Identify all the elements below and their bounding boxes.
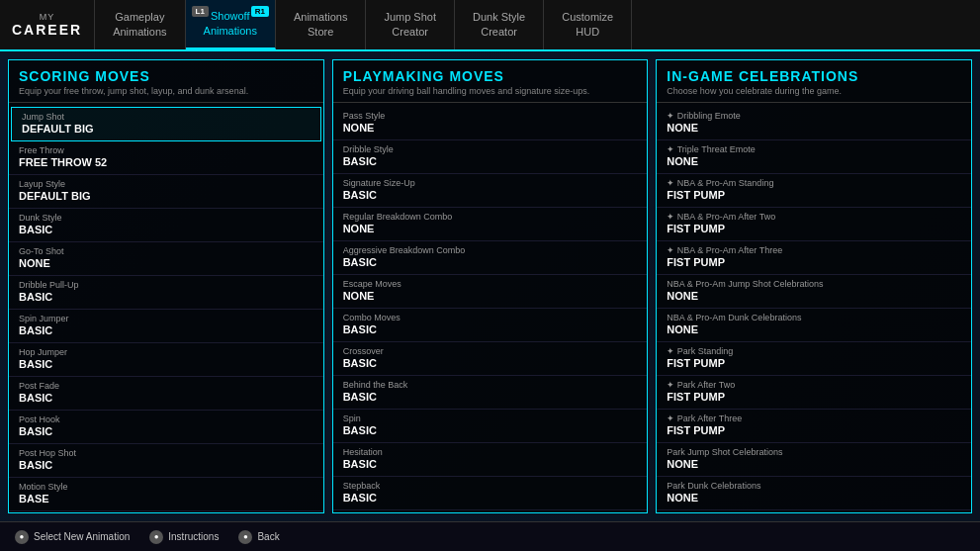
list-item[interactable]: NBA & Pro-Am Jump Shot CelebrationsNONE: [657, 275, 971, 309]
item-label: Hesitation: [343, 447, 638, 457]
item-value: BASIC: [19, 324, 313, 336]
item-label: ✦ Dribbling Emote: [667, 111, 961, 121]
item-value: BASIC: [343, 357, 638, 369]
item-value: FIST PUMP: [667, 189, 961, 201]
column-playmaking: PLAYMAKING MOVESEquip your driving ball …: [332, 59, 649, 513]
list-item[interactable]: Behind the BackBASIC: [333, 376, 648, 410]
list-item[interactable]: StepbackBASIC: [333, 477, 648, 510]
column-scoring: SCORING MOVESEquip your free throw, jump…: [8, 59, 324, 513]
list-item[interactable]: Aggressive Breakdown ComboBASIC: [333, 241, 648, 275]
list-item[interactable]: ✦ Park StandingFIST PUMP: [657, 342, 971, 376]
list-item[interactable]: Dunk StyleBASIC: [9, 209, 323, 242]
list-item[interactable]: Hop JumperBASIC: [9, 343, 323, 377]
list-item[interactable]: ✦ NBA & Pro-Am StandingFIST PUMP: [657, 174, 971, 208]
nav-tab-dunk[interactable]: Dunk Style Creator: [455, 0, 544, 49]
item-value: BASIC: [343, 458, 638, 470]
action-back: ● Back: [238, 530, 279, 544]
list-item[interactable]: Dribble StyleBASIC: [333, 140, 648, 174]
list-item[interactable]: Post FadeBASIC: [9, 377, 323, 411]
instructions-btn[interactable]: ●: [149, 530, 163, 544]
list-item[interactable]: ✦ NBA & Pro-Am After ThreeFIST PUMP: [657, 241, 971, 275]
item-value: FIST PUMP: [667, 256, 961, 268]
mycareer-logo: MY CAREER: [0, 0, 95, 49]
list-item[interactable]: Jump ShotDEFAULT BIG: [11, 107, 321, 141]
item-value: BASIC: [19, 224, 313, 235]
column-subtitle-celebrations: Choose how you celebrate during the game…: [667, 86, 961, 98]
list-item[interactable]: Regular Breakdown ComboNONE: [333, 208, 648, 241]
item-value: FIST PUMP: [667, 223, 961, 234]
item-value: NONE: [343, 223, 638, 234]
item-label: Post Hop Shot: [19, 448, 313, 458]
column-title-celebrations: IN-GAME CELEBRATIONS: [667, 68, 961, 84]
item-label: Post Hook: [19, 414, 313, 424]
list-item[interactable]: Dribble Pull-UpBASIC: [9, 276, 323, 310]
item-label: ✦ Triple Threat Emote: [667, 144, 961, 154]
back-btn[interactable]: ●: [238, 530, 252, 544]
tab-label-showoff: Showoff Animations: [204, 9, 257, 40]
list-item[interactable]: HesitationBASIC: [333, 443, 648, 477]
item-label: Behind the Back: [343, 380, 638, 390]
item-value: FIST PUMP: [667, 391, 961, 403]
nav-tab-jumpshot[interactable]: Jump Shot Creator: [366, 0, 455, 49]
list-item[interactable]: Post HookBASIC: [9, 411, 323, 444]
list-item[interactable]: Post Hop ShotBASIC: [9, 444, 323, 478]
item-value: DEFAULT BIG: [19, 190, 313, 202]
list-item[interactable]: ✦ NBA & Pro-Am After TwoFIST PUMP: [657, 208, 971, 241]
item-value: NONE: [667, 492, 961, 504]
list-item[interactable]: Free ThrowFREE THROW 52: [9, 141, 323, 175]
r1-badge: R1: [251, 6, 269, 17]
nav-tab-gameplay[interactable]: Gameplay Animations: [95, 0, 185, 49]
list-item[interactable]: ✦ Park After ThreeFIST PUMP: [657, 410, 971, 443]
item-label: Hop Jumper: [19, 347, 313, 357]
item-label: Park Dunk Celebrations: [667, 481, 961, 491]
item-value: BASIC: [343, 155, 638, 167]
tab-label-dunk: Dunk Style Creator: [473, 10, 525, 41]
item-value: BASIC: [19, 425, 313, 437]
list-item[interactable]: Combo MovesBASIC: [333, 309, 648, 342]
column-items-celebrations: ✦ Dribbling EmoteNONE✦ Triple Threat Emo…: [657, 103, 971, 512]
list-item[interactable]: ✦ Triple Threat EmoteNONE: [657, 140, 971, 174]
column-title-scoring: SCORING MOVES: [19, 68, 313, 84]
select-btn[interactable]: ●: [15, 530, 29, 544]
list-item[interactable]: ✦ Dribbling EmoteNONE: [657, 107, 971, 140]
nav-tab-hud[interactable]: Customize HUD: [544, 0, 632, 49]
item-label: Combo Moves: [343, 313, 638, 322]
nav-tab-showoff[interactable]: L1R1Showoff Animations: [186, 0, 276, 49]
list-item[interactable]: Escape MovesNONE: [333, 275, 648, 309]
list-item[interactable]: Motion StyleBASE: [9, 478, 323, 511]
main-content: SCORING MOVESEquip your free throw, jump…: [0, 51, 980, 521]
column-items-playmaking: Pass StyleNONEDribble StyleBASICSignatur…: [333, 103, 648, 512]
item-value: BASIC: [343, 256, 638, 268]
item-value: BASIC: [343, 323, 638, 335]
list-item[interactable]: Park Jump Shot CelebrationsNONE: [657, 443, 971, 477]
item-value: NONE: [667, 155, 961, 167]
column-subtitle-scoring: Equip your free throw, jump shot, layup,…: [19, 86, 313, 98]
nav-tab-store[interactable]: Animations Store: [276, 0, 366, 49]
item-value: BASIC: [19, 291, 313, 303]
item-label: Crossover: [343, 346, 638, 356]
list-item[interactable]: SpinBASIC: [333, 410, 648, 443]
list-item[interactable]: Layup StyleDEFAULT BIG: [9, 175, 323, 209]
item-value: NONE: [667, 122, 961, 134]
column-header-scoring: SCORING MOVESEquip your free throw, jump…: [9, 60, 323, 103]
list-item[interactable]: ✦ Park After TwoFIST PUMP: [657, 376, 971, 410]
column-header-celebrations: IN-GAME CELEBRATIONSChoose how you celeb…: [657, 60, 971, 103]
item-label: Aggressive Breakdown Combo: [343, 245, 638, 255]
item-label: Escape Moves: [343, 279, 638, 289]
item-label: NBA & Pro-Am Dunk Celebrations: [667, 313, 961, 322]
list-item[interactable]: Go-To ShotNONE: [9, 242, 323, 276]
list-item[interactable]: Park Dunk CelebrationsNONE: [657, 477, 971, 510]
list-item[interactable]: Pass StyleNONE: [333, 107, 648, 140]
select-label: Select New Animation: [34, 531, 130, 542]
column-items-scoring: Jump ShotDEFAULT BIGFree ThrowFREE THROW…: [9, 103, 323, 512]
tab-label-hud: Customize HUD: [562, 10, 613, 41]
item-value: BASIC: [19, 459, 313, 471]
list-item[interactable]: NBA & Pro-Am Dunk CelebrationsNONE: [657, 309, 971, 342]
column-header-playmaking: PLAYMAKING MOVESEquip your driving ball …: [333, 60, 648, 103]
item-label: ✦ NBA & Pro-Am After Three: [667, 245, 961, 255]
list-item[interactable]: CrossoverBASIC: [333, 342, 648, 376]
item-value: NONE: [667, 290, 961, 302]
list-item[interactable]: Signature Size-UpBASIC: [333, 174, 648, 208]
list-item[interactable]: Spin JumperBASIC: [9, 310, 323, 343]
item-value: FIST PUMP: [667, 357, 961, 369]
